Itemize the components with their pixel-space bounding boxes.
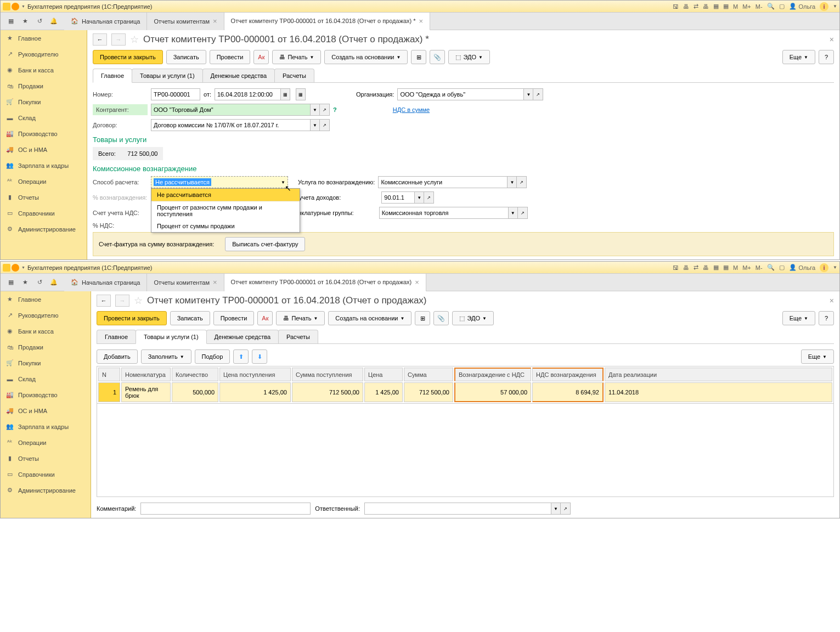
col-nomen[interactable]: Номенклатура	[121, 368, 171, 381]
acc-dd-button[interactable]: ▼	[414, 191, 424, 204]
number-input[interactable]	[151, 88, 200, 100]
print2-icon[interactable]: 🖶	[703, 264, 709, 271]
write-button[interactable]: Записать	[166, 50, 206, 64]
comment-input[interactable]	[140, 503, 311, 515]
col-qty[interactable]: Количество	[172, 368, 218, 381]
print-button[interactable]: 🖶 Печать ▼	[276, 311, 325, 325]
cell-commission[interactable]: 57 000,00	[454, 382, 531, 402]
sidebar-item-sales[interactable]: 🛍Продажи	[1, 78, 87, 94]
sidebar-item-reports[interactable]: ▮Отчеты	[1, 450, 91, 466]
dropdown-option-2[interactable]: Процент от разности сумм продажи и посту…	[151, 201, 300, 220]
table-empty-area[interactable]	[97, 404, 834, 497]
service-input[interactable]	[378, 176, 507, 188]
mplus-label[interactable]: М+	[742, 264, 751, 271]
menu-dd-icon[interactable]: ▼	[833, 265, 837, 270]
create-based-button[interactable]: Создать на основании ▼	[328, 311, 411, 325]
form-tab-goods[interactable]: Товары и услуги (1)	[132, 69, 203, 82]
tab-reports[interactable]: Отчеты комитентам ×	[147, 274, 224, 291]
structure-button[interactable]: ⊞	[415, 311, 430, 325]
move-up-button[interactable]: ⬆	[233, 349, 249, 364]
print2-icon[interactable]: 🖶	[703, 3, 709, 10]
tab-home[interactable]: 🏠 Начальная страница	[64, 274, 147, 291]
print-icon[interactable]: 🖶	[683, 3, 689, 10]
tab-reports[interactable]: Отчеты комитентам ×	[147, 13, 224, 30]
m-label[interactable]: М	[733, 264, 738, 271]
date-input[interactable]	[215, 88, 280, 100]
tab-close-icon[interactable]: ×	[213, 17, 217, 25]
org-open-button[interactable]: ↗	[533, 88, 543, 100]
layout-icon[interactable]: ▢	[779, 3, 785, 10]
income-acc-input[interactable]	[381, 191, 414, 204]
contract-open-button[interactable]: ↗	[320, 119, 330, 131]
attach-button[interactable]: 📎	[430, 50, 445, 64]
cell-date[interactable]: 11.04.2018	[605, 382, 832, 402]
nomen-group-input[interactable]	[379, 207, 508, 219]
date-extra-button[interactable]: ▦	[296, 88, 306, 100]
dropdown-option-3[interactable]: Процент от суммы продажи	[151, 220, 300, 232]
print-button[interactable]: 🖶 Печать ▼	[272, 50, 321, 64]
sidebar-item-salary[interactable]: 👥Зарплата и кадры	[1, 419, 91, 435]
sidebar-item-main[interactable]: ★Главное	[1, 291, 91, 307]
dt-icon-button[interactable]: Aк	[257, 311, 273, 325]
sidebar-item-admin[interactable]: ⚙Администрирование	[1, 221, 87, 237]
cell-price-in[interactable]: 1 425,00	[219, 382, 291, 402]
close-button[interactable]: ×	[830, 35, 834, 44]
cell-sum[interactable]: 712 500,00	[404, 382, 453, 402]
form-tab-calc[interactable]: Расчеты	[278, 330, 318, 343]
star-icon[interactable]: ★	[18, 14, 32, 29]
layout-icon[interactable]: ▢	[779, 264, 785, 271]
sidebar-item-catalogs[interactable]: ▭Справочники	[1, 205, 87, 221]
sidebar-item-main[interactable]: ★Главное	[1, 30, 87, 46]
col-price[interactable]: Цена	[364, 368, 403, 381]
sidebar-item-operations[interactable]: ᴬᵏОперации	[1, 173, 87, 189]
form-tab-goods[interactable]: Товары и услуги (1)	[136, 330, 207, 344]
dropdown-icon[interactable]: ▼	[21, 266, 25, 269]
dropdown-option-1[interactable]: Не рассчитывается	[151, 189, 300, 201]
calc-icon[interactable]: ▦	[713, 264, 719, 271]
vat-link[interactable]: НДС в сумме	[393, 106, 430, 113]
ng-open-button[interactable]: ↗	[518, 207, 528, 219]
form-tab-main[interactable]: Главное	[97, 330, 136, 343]
tab-home[interactable]: 🏠 Начальная страница	[64, 13, 147, 30]
forward-button[interactable]: →	[115, 295, 129, 307]
history-icon[interactable]: ↺	[32, 275, 47, 290]
sidebar-item-sales[interactable]: 🛍Продажи	[1, 339, 91, 355]
tab-close-icon[interactable]: ×	[415, 278, 419, 286]
sidebar-item-bank[interactable]: ◉Банк и касса	[1, 323, 91, 339]
sidebar-item-reports[interactable]: ▮Отчеты	[1, 189, 87, 205]
favorite-icon[interactable]: ☆	[134, 295, 143, 307]
sidebar-item-purchases[interactable]: 🛒Покупки	[1, 94, 87, 110]
calendar-icon[interactable]: ▦	[723, 264, 729, 271]
sidebar-item-assets[interactable]: 🚚ОС и НМА	[1, 403, 91, 419]
tab-close-icon[interactable]: ×	[419, 17, 424, 25]
star-icon[interactable]: ★	[18, 275, 32, 290]
create-based-button[interactable]: Создать на основании ▼	[324, 50, 408, 64]
service-dd-button[interactable]: ▼	[507, 176, 517, 188]
dropdown-icon[interactable]: ▼	[21, 4, 25, 8]
sidebar-item-purchases[interactable]: 🛒Покупки	[1, 355, 91, 371]
help-button[interactable]: ?	[819, 50, 834, 64]
zoom-icon[interactable]: 🔍	[767, 3, 775, 10]
tab-close-icon[interactable]: ×	[213, 278, 217, 286]
apps-icon[interactable]: ▦	[4, 14, 18, 29]
pick-button[interactable]: Подбор	[195, 349, 230, 364]
help-button[interactable]: ?	[819, 311, 834, 325]
form-tab-cash[interactable]: Денежные средства	[202, 69, 275, 82]
cp-help[interactable]: ?	[333, 106, 337, 113]
zoom-icon[interactable]: 🔍	[767, 264, 775, 271]
close-button[interactable]: ×	[830, 296, 834, 305]
sidebar-item-admin[interactable]: ⚙Администрирование	[1, 482, 91, 498]
sidebar-item-production[interactable]: 🏭Производство	[1, 387, 91, 403]
form-tab-main[interactable]: Главное	[93, 69, 132, 83]
table-row[interactable]: 1 Ремень для брюк 500,000 1 425,00 712 5…	[98, 382, 832, 402]
print-icon[interactable]: 🖶	[683, 264, 689, 271]
add-button[interactable]: Добавить	[97, 349, 138, 364]
sidebar-item-operations[interactable]: ᴬᵏОперации	[1, 435, 91, 450]
favorite-icon[interactable]: ☆	[130, 33, 139, 46]
tab-document[interactable]: Отчет комитенту ТР00-000001 от 16.04.201…	[224, 13, 431, 31]
more-button[interactable]: Еще ▼	[782, 50, 815, 64]
responsible-input[interactable]	[364, 503, 551, 515]
user-badge[interactable]: 👤 Ольга	[789, 3, 815, 10]
history-icon[interactable]: ↺	[32, 14, 47, 29]
contract-dd-button[interactable]: ▼	[310, 119, 320, 131]
